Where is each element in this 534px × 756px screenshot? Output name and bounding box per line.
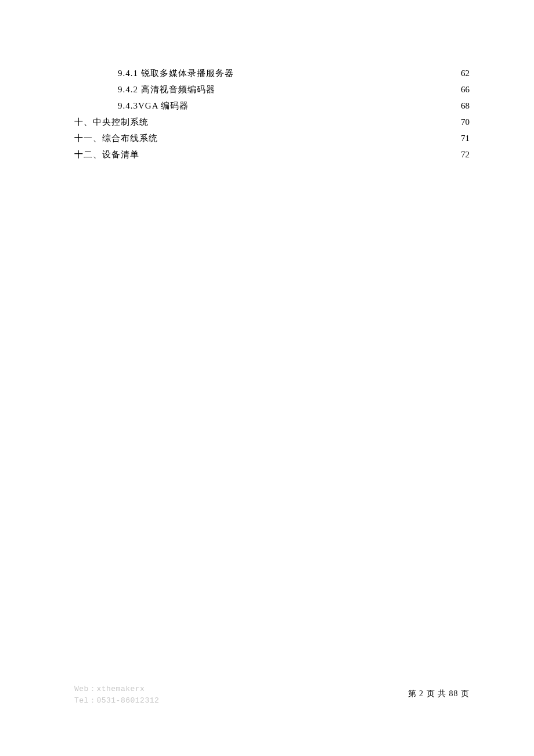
toc-leader-dots	[149, 116, 460, 125]
toc-page-number: 70	[461, 114, 470, 130]
toc-entry: 9.4.2 高清视音频编码器 66	[74, 81, 470, 98]
toc-entry: 十二、设备清单 72	[74, 146, 470, 163]
page-footer: Web：xthemakerx Tel：0531-86012312 第 2 页 共…	[0, 683, 534, 707]
toc-leader-dots	[215, 84, 460, 92]
toc-entry: 9.4.3VGA 编码器 68	[74, 98, 470, 114]
toc-leader-dots	[158, 132, 460, 141]
toc-label: 十、中央控制系统	[74, 114, 149, 130]
page-mid: 页 共	[424, 689, 449, 698]
page-total: 88	[449, 689, 459, 698]
footer-tel-label: Tel：	[74, 696, 96, 705]
footer-web-value: xthemakerx	[96, 685, 145, 693]
toc-entry: 十一、综合布线系统 71	[74, 130, 470, 146]
toc-label: 9.4.1 锐取多媒体录播服务器	[118, 65, 234, 81]
toc-label: 十一、综合布线系统	[74, 130, 158, 146]
toc-leader-dots	[234, 67, 460, 76]
toc-entry: 9.4.1 锐取多媒体录播服务器 62	[74, 65, 470, 81]
toc-page-number: 68	[461, 98, 470, 114]
toc-page-number: 66	[461, 81, 470, 98]
footer-tel-value: 0531-86012312	[96, 696, 159, 705]
toc-label: 十二、设备清单	[74, 146, 139, 163]
toc-content: 9.4.1 锐取多媒体录播服务器 62 9.4.2 高清视音频编码器 66 9.…	[0, 0, 534, 163]
toc-leader-dots	[189, 100, 460, 109]
toc-page-number: 71	[461, 130, 470, 146]
footer-web-label: Web：	[74, 685, 96, 693]
page-suffix: 页	[459, 689, 470, 698]
toc-page-number: 62	[461, 65, 470, 81]
page-current: 2	[419, 689, 424, 698]
toc-leader-dots	[139, 149, 460, 157]
toc-entry: 十、中央控制系统 70	[74, 114, 470, 130]
toc-label: 9.4.3VGA 编码器	[118, 98, 189, 114]
footer-pagination: 第 2 页 共 88 页	[408, 689, 470, 699]
page-prefix: 第	[408, 689, 420, 698]
toc-label: 9.4.2 高清视音频编码器	[118, 81, 215, 98]
toc-page-number: 72	[461, 146, 470, 163]
